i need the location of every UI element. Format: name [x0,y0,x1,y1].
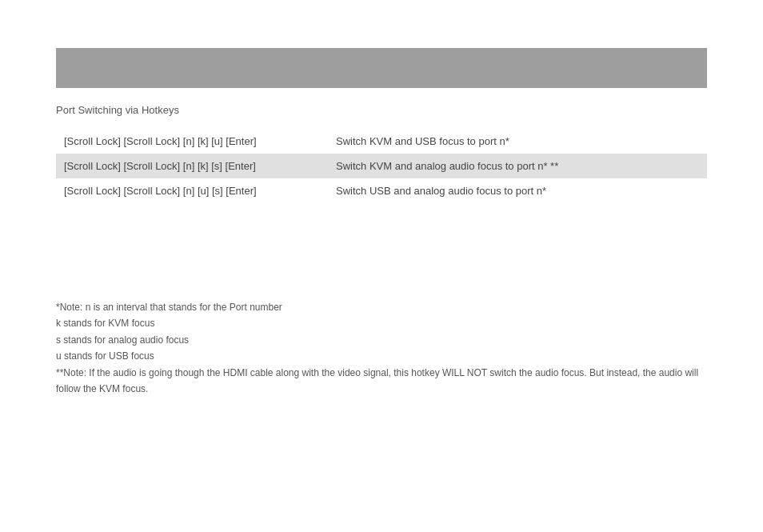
hotkey-cell: [Scroll Lock] [Scroll Lock] [n] [k] [s] … [64,160,336,172]
note-line4: u stands for USB focus [56,348,707,364]
description-cell: Switch KVM and USB focus to port n* [336,135,699,147]
note-line1: *Note: n is an interval that stands for … [56,299,707,315]
note-line3: s stands for analog audio focus [56,332,707,348]
table-row-highlighted: [Scroll Lock] [Scroll Lock] [n] [k] [s] … [56,154,707,178]
hotkey-cell: [Scroll Lock] [Scroll Lock] [n] [u] [s] … [64,185,336,197]
table-row: [Scroll Lock] [Scroll Lock] [n] [k] [u] … [56,129,707,154]
header-bar [56,48,707,88]
page-container: Port Switching via Hotkeys [Scroll Lock]… [0,48,763,532]
hotkey-cell: [Scroll Lock] [Scroll Lock] [n] [k] [u] … [64,135,336,147]
table-row: [Scroll Lock] [Scroll Lock] [n] [u] [s] … [56,178,707,203]
note-line2: k stands for KVM focus [56,315,707,331]
description-cell: Switch KVM and analog audio focus to por… [336,160,699,172]
section-title: Port Switching via Hotkeys [56,104,707,116]
description-cell: Switch USB and analog audio focus to por… [336,185,699,197]
table-container: [Scroll Lock] [Scroll Lock] [n] [k] [u] … [56,129,707,203]
note-line5: **Note: If the audio is going though the… [56,365,707,398]
notes-section: *Note: n is an interval that stands for … [56,299,707,397]
